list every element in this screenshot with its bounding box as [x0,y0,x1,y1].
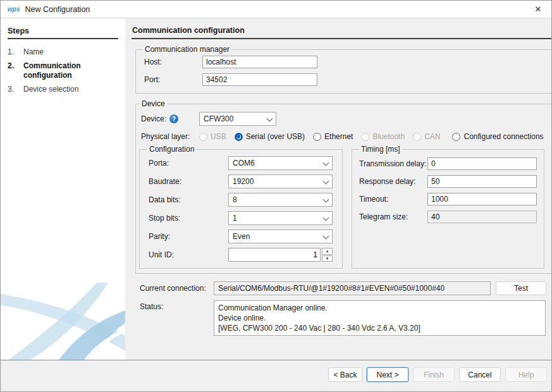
baudrate-select[interactable]: 19200 [228,175,333,188]
wps-logo-icon: wps [8,6,20,13]
step-item-name: 1. Name [8,47,118,57]
communication-manager-group: Communication manager Host: Port: [135,45,552,94]
porta-select-value: COM6 [233,159,323,168]
timeout-row: Timeout: [358,193,537,205]
chevron-down-icon [323,216,329,221]
radio-label: Configured connections [463,132,543,141]
radio-button-icon [413,133,421,141]
step-label: Communication configuration [23,61,118,80]
page-title: Communication configuration [132,26,552,39]
device-select[interactable]: CFW300 [199,112,276,126]
port-row: Port: [142,73,548,86]
transmission-delay-row: Transmission delay: [358,157,537,170]
physical-layer-row: Physical layer: USB Serial (over USB) Et… [138,132,552,141]
radio-label: USB [211,132,226,141]
title-bar: wps New Configuration ✕ [1,1,551,18]
radio-button-icon [452,133,460,141]
status-label: Status: [140,302,214,311]
unit-id-label: Unit ID: [146,250,228,259]
test-button[interactable]: Test [496,281,546,295]
step-number: 3. [8,85,23,94]
stop-bits-label: Stop bits: [146,214,228,223]
radio-button-icon [235,133,243,141]
communication-configuration-panel: Communication configuration Communicatio… [125,18,552,360]
help-icon[interactable]: ? [169,114,178,123]
status-textarea[interactable]: Communication Manager online. Device onl… [214,300,546,336]
status-line: Communication Manager online. [218,303,541,313]
new-configuration-dialog: wps New Configuration ✕ Steps 1. Name 2.… [0,0,552,392]
radio-configured-connections[interactable]: Configured connections [452,132,543,141]
data-bits-select[interactable]: 8 [228,193,333,207]
chevron-down-icon [323,234,329,240]
chevron-down-icon [323,179,329,185]
timing-legend: Timing [ms] [359,145,402,154]
host-input[interactable] [202,56,317,68]
status-line: Device online. [218,313,541,323]
radio-label: Ethernet [324,132,353,141]
baudrate-row: Baudrate: 19200 [146,175,334,188]
unit-id-input[interactable] [228,248,321,262]
step-label: Name [23,47,118,57]
timing-group: Timing [ms] Transmission delay: Response… [352,145,544,269]
cancel-button[interactable]: Cancel [459,367,501,382]
porta-row: Porta: COM6 [146,156,334,170]
parity-select-value: Even [233,232,323,241]
configuration-group: Configuration Porta: COM6 Baudrate: 192 [139,145,343,269]
device-select-value: CFW300 [204,114,267,123]
baudrate-label: Baudrate: [146,177,228,186]
parity-select[interactable]: Even [228,230,333,243]
port-label: Port: [142,75,202,84]
porta-select[interactable]: COM6 [228,156,333,170]
telegram-size-input [427,211,537,223]
communication-manager-legend: Communication manager [143,45,231,54]
chevron-down-icon [323,197,329,203]
unit-id-stepper: ▲ ▼ [228,248,333,262]
current-connection-label: Current connection: [140,284,214,293]
host-row: Host: [142,56,548,68]
data-bits-label: Data bits: [146,195,228,204]
step-number: 1. [8,47,23,57]
step-label: Device selection [23,85,118,94]
chevron-down-icon [267,116,273,122]
parity-row: Parity: Even [146,230,334,243]
port-input[interactable] [202,73,317,86]
finish-button: Finish [413,367,455,382]
timeout-label: Timeout: [358,195,427,204]
porta-label: Porta: [146,159,228,168]
radio-label: CAN [424,132,440,141]
decorative-swoosh-graphic [1,274,125,360]
radio-button-icon [199,133,207,141]
current-connection-value: Serial/COM6/Modbus-RTU/@1#19200#8#1#EVEN… [214,281,491,295]
stop-bits-select-value: 1 [233,214,323,223]
response-delay-input[interactable] [427,175,537,188]
baudrate-select-value: 19200 [233,177,323,186]
status-row: Status: Communication Manager online. De… [140,300,552,336]
host-label: Host: [142,58,202,66]
timeout-input[interactable] [427,193,537,205]
radio-ethernet[interactable]: Ethernet [313,132,353,141]
step-item-communication-configuration: 2. Communication configuration [8,61,118,80]
physical-layer-label: Physical layer: [138,132,199,141]
response-delay-label: Response delay: [358,177,427,186]
close-icon[interactable]: ✕ [525,1,551,18]
radio-label: Bluetooth [372,132,405,141]
step-number: 2. [8,61,23,80]
spinner-up-icon[interactable]: ▲ [322,248,333,255]
spinner-down-icon[interactable]: ▼ [322,255,333,262]
radio-serial-over-usb[interactable]: Serial (over USB) [235,132,305,141]
radio-button-icon [361,133,369,141]
transmission-delay-label: Transmission delay: [358,159,427,168]
radio-can: CAN [413,132,440,141]
next-button[interactable]: Next > [367,367,408,382]
window-title: New Configuration [25,5,90,14]
radio-usb: USB [199,132,226,141]
step-item-device-selection: 3. Device selection [8,85,118,94]
radio-bluetooth: Bluetooth [361,132,405,141]
stop-bits-select[interactable]: 1 [228,211,333,225]
data-bits-row: Data bits: 8 [146,193,334,207]
device-label: Device: [141,114,166,123]
help-button: Help [505,367,547,382]
transmission-delay-input[interactable] [427,157,537,170]
back-button[interactable]: < Back [328,367,362,382]
device-group: Device Device: ? CFW300 Physical layer: [135,99,552,274]
